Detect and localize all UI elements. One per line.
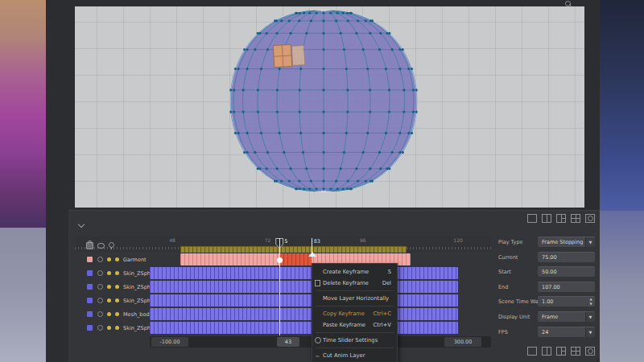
mesh-vertex[interactable] [310,180,312,183]
current-field[interactable]: 75.00 [538,252,595,262]
mesh-vertex[interactable] [398,132,401,134]
scene-time-warp-spinner[interactable]: 1.00▲▼ [538,296,595,306]
scrollbar-thumb[interactable]: 43 [277,337,299,347]
keyframe-bar[interactable] [150,322,458,334]
mesh-vertex[interactable] [342,187,345,190]
mesh-vertex[interactable] [342,12,345,14]
mesh-vertex[interactable] [257,32,259,35]
mesh-vertex[interactable] [322,19,324,22]
menu-item-cut-anim-layer[interactable]: ✂Cut Anim Layer [312,350,397,361]
end-field[interactable]: 107.00 [538,282,595,292]
mesh-vertex[interactable] [305,167,308,170]
mesh-vertex[interactable] [369,88,371,91]
mesh-vertex[interactable] [365,180,367,183]
layer-color-chip[interactable] [87,311,93,317]
mesh-vertex[interactable] [229,110,232,113]
magnifier-icon[interactable] [565,1,571,6]
mesh-vertex[interactable] [260,68,262,70]
mesh-vertex[interactable] [315,12,317,14]
mesh-vertex[interactable] [335,180,337,183]
mesh-vertex[interactable] [362,151,365,154]
layer-row[interactable]: Garment [75,253,491,265]
mesh-vertex[interactable] [299,88,301,91]
mesh-vertex[interactable] [355,32,357,35]
mesh-vertex[interactable] [329,12,332,14]
mesh-vertex[interactable] [329,187,332,190]
mesh-vertex[interactable] [366,68,369,70]
mesh-vertex[interactable] [234,68,237,70]
layer-toggle-icon[interactable] [97,298,103,303]
mesh-vertex[interactable] [350,187,353,190]
mesh-vertex[interactable] [322,167,324,170]
keyframe-dot-icon[interactable] [107,326,111,330]
layout-mixed-icon[interactable] [556,214,566,223]
mesh-vertex[interactable] [378,151,381,154]
layout-timer-icon[interactable] [585,214,595,223]
mesh-vertex[interactable] [378,48,381,51]
selected-faces-patch[interactable] [273,44,304,68]
mesh-vertex[interactable] [345,132,348,134]
mesh-vertex[interactable] [299,187,301,190]
mesh-vertex[interactable] [346,12,349,14]
mesh-vertex[interactable] [322,132,324,134]
mesh-vertex[interactable] [322,32,324,35]
mesh-vertex[interactable] [303,187,305,190]
mesh-vertex[interactable] [350,12,353,14]
dropdown-arrow-icon[interactable]: ▼ [585,312,595,322]
mesh-vertex[interactable] [402,110,405,113]
keyframe-dot-icon[interactable] [107,285,111,289]
keyframe-bar[interactable] [150,308,458,320]
fps-dropdown[interactable]: 24▼ [538,327,595,337]
mesh-vertex[interactable] [257,167,259,170]
layer-row[interactable]: Skin_ZSphere1_65 [75,267,491,279]
mesh-vertex[interactable] [260,132,262,134]
mesh-vertex[interactable] [346,88,349,91]
mesh-vertex[interactable] [415,88,418,91]
mesh-vertex[interactable] [379,167,382,170]
mesh-vertex[interactable] [257,88,259,91]
keyframe-bar[interactable] [150,281,458,293]
mesh-vertex[interactable] [322,68,324,70]
layer-color-chip[interactable] [87,325,93,331]
mesh-object[interactable] [75,6,584,208]
range-max-field[interactable]: 300.00 [444,337,481,347]
mesh-vertex[interactable] [346,187,349,190]
spinner-arrows-icon[interactable]: ▲▼ [587,297,595,306]
layer-toggle-icon[interactable] [97,270,103,276]
selected-face[interactable] [291,46,304,66]
mesh-vertex[interactable] [298,19,300,22]
mesh-vertex[interactable] [347,180,349,183]
menu-item-copy-keyframe[interactable]: Copy KeyframeCtrl+C [312,308,397,319]
mesh-vertex[interactable] [298,180,300,183]
layer-color-chip[interactable] [87,298,93,303]
mesh-vertex[interactable] [402,48,404,51]
mesh-vertex[interactable] [335,19,337,22]
mesh-vertex[interactable] [229,88,232,91]
mesh-vertex[interactable] [243,151,246,154]
mesh-vertex[interactable] [279,68,281,70]
layout-grid-icon[interactable] [571,347,580,356]
mesh-vertex[interactable] [237,68,240,70]
mesh-vertex[interactable] [234,132,237,134]
mesh-vertex[interactable] [275,19,278,22]
mesh-vertex[interactable] [322,180,324,183]
keyframe-bar[interactable] [150,267,458,279]
character-icon[interactable] [109,242,114,248]
mesh-vertex[interactable] [391,48,394,51]
mesh-vertex[interactable] [275,180,278,183]
layout-single-icon[interactable] [527,214,537,223]
mesh-vertex[interactable] [365,19,367,22]
mesh-vertex[interactable] [308,187,311,190]
mesh-vertex[interactable] [346,110,349,113]
mesh-vertex[interactable] [266,32,268,35]
mesh-vertex[interactable] [388,88,390,91]
layer-toggle-icon[interactable] [97,311,103,317]
mesh-vertex[interactable] [280,19,283,22]
keyframe-dot-icon[interactable] [107,257,111,261]
mesh-vertex[interactable] [266,167,268,170]
mesh-vertex[interactable] [343,48,345,51]
mesh-vertex[interactable] [343,151,345,154]
mesh-vertex[interactable] [340,167,342,170]
menu-item-time-slider-settings[interactable]: Time Slider Settings [312,335,397,346]
mesh-vertex[interactable] [402,151,404,154]
